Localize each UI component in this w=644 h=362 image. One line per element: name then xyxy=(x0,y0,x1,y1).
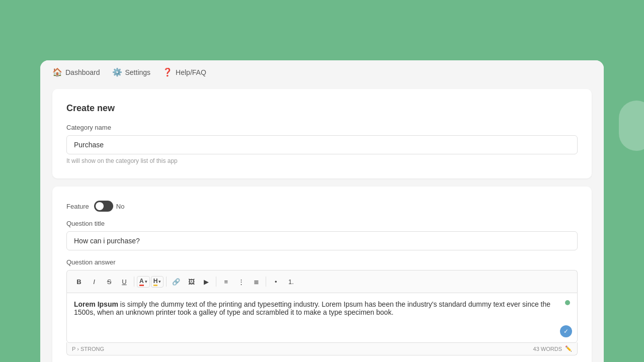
toggle-knob xyxy=(96,202,104,210)
ordered-list-button[interactable]: 1. xyxy=(284,275,298,289)
question-title-label: Question title xyxy=(66,220,578,227)
toolbar-divider-2 xyxy=(166,277,167,287)
chevron-down-icon: ▾ xyxy=(158,279,161,284)
image-button[interactable]: 🖼 xyxy=(184,275,198,289)
nav-settings[interactable]: ⚙️ Settings xyxy=(112,67,151,77)
font-color-dropdown[interactable]: A ▾ xyxy=(137,276,150,288)
main-content: Create new Category name It will show on… xyxy=(40,84,604,362)
feature-label: Feature xyxy=(66,203,89,210)
video-button[interactable]: ▶ xyxy=(199,275,213,289)
editor-normal-text: is simply the dummy text of the printing… xyxy=(74,300,550,316)
editor-footer: P › STRONG 43 WORDS ✏️ xyxy=(66,342,578,355)
bold-button[interactable]: B xyxy=(72,275,86,289)
question-answer-label: Question answer xyxy=(66,258,578,266)
editor-check-button[interactable]: ✓ xyxy=(560,325,572,337)
underline-button[interactable]: U xyxy=(117,275,131,289)
editor-content: Lorem Ipsum is simply the dummy text of … xyxy=(74,300,550,316)
editor-dot-indicator xyxy=(565,300,570,305)
align-center-button[interactable]: ⋮ xyxy=(234,275,248,289)
highlight-icon: H xyxy=(153,278,158,286)
italic-button[interactable]: I xyxy=(87,275,101,289)
question-card: Feature No Question title Question answe… xyxy=(52,187,592,362)
toolbar-divider-1 xyxy=(134,277,134,287)
help-icon: ❓ xyxy=(163,67,173,77)
align-right-button[interactable]: ≣ xyxy=(249,275,263,289)
bullet-list-button[interactable]: • xyxy=(269,275,283,289)
category-name-input[interactable] xyxy=(66,135,578,154)
font-color-icon: A xyxy=(139,278,144,286)
gear-icon: ⚙️ xyxy=(112,67,122,77)
feature-toggle-container: No xyxy=(94,201,125,212)
edit-icon[interactable]: ✏️ xyxy=(565,345,572,352)
strikethrough-button[interactable]: S xyxy=(102,275,116,289)
nav-dashboard[interactable]: 🏠 Dashboard xyxy=(52,67,100,77)
question-title-input[interactable] xyxy=(66,231,578,250)
toggle-label: No xyxy=(116,203,125,210)
card-title: Create new xyxy=(66,103,578,114)
editor-bold-text: Lorem Ipsum xyxy=(74,300,118,308)
editor-path: P › STRONG xyxy=(72,346,104,352)
word-count: 43 WORDS xyxy=(533,346,562,352)
category-name-label: Category name xyxy=(66,124,578,131)
nav-bar: 🏠 Dashboard ⚙️ Settings ❓ Help/FAQ xyxy=(40,60,604,84)
nav-help[interactable]: ❓ Help/FAQ xyxy=(163,67,206,77)
highlight-dropdown[interactable]: H ▾ xyxy=(151,276,164,288)
nav-settings-label: Settings xyxy=(125,68,151,76)
align-left-button[interactable]: ≡ xyxy=(219,275,233,289)
link-button[interactable]: 🔗 xyxy=(169,275,183,289)
create-new-card: Create new Category name It will show on… xyxy=(52,89,592,178)
feature-toggle[interactable] xyxy=(94,201,113,212)
chevron-down-icon: ▾ xyxy=(145,279,147,284)
category-hint: It will show on the category list of thi… xyxy=(66,157,578,164)
toolbar-divider-4 xyxy=(266,277,266,287)
home-icon: 🏠 xyxy=(52,67,62,77)
editor-toolbar: B I S U A ▾ H ▾ 🔗 🖼 ▶ ≡ ⋮ xyxy=(66,270,578,293)
feature-row: Feature No xyxy=(66,201,578,212)
editor-area[interactable]: Lorem Ipsum is simply the dummy text of … xyxy=(66,293,578,343)
nav-help-label: Help/FAQ xyxy=(176,68,206,76)
toolbar-divider-3 xyxy=(216,277,216,287)
nav-dashboard-label: Dashboard xyxy=(65,68,100,76)
